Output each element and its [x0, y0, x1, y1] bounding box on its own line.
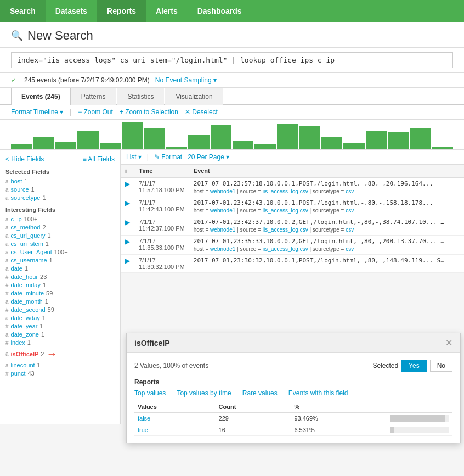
timeline-bar[interactable]	[211, 125, 231, 149]
timeline-bar[interactable]	[11, 144, 32, 149]
field-name-link[interactable]: isOfficeIP	[11, 351, 39, 357]
meta-value[interactable]: iis_access_log.csv	[263, 188, 308, 194]
field-name-link[interactable]: date_hour	[11, 273, 38, 280]
field-name-link[interactable]: date_month	[11, 298, 43, 305]
search-input[interactable]	[11, 52, 453, 68]
meta-value[interactable]: iis_access_log.csv	[263, 246, 308, 252]
event-meta: host = webnode1 | source = iis_access_lo…	[194, 208, 460, 214]
row-expand[interactable]: ▶	[121, 197, 134, 216]
field-name-link[interactable]: date	[11, 265, 22, 272]
timeline-toolbar: Format Timeline ▾ | − Zoom Out + Zoom to…	[0, 105, 464, 120]
field-name-link[interactable]: date_mday	[11, 282, 41, 288]
field-name-link[interactable]: cs_username	[11, 257, 47, 264]
zoom-out-button[interactable]: − Zoom Out	[78, 108, 113, 116]
field-name-link[interactable]: cs_method	[11, 224, 41, 231]
field-name-link[interactable]: linecount	[11, 362, 35, 368]
row-expand[interactable]: ▶	[121, 177, 134, 197]
zoom-to-selection-button[interactable]: + Zoom to Selection	[120, 108, 178, 116]
timeline-bar[interactable]	[343, 143, 364, 149]
timeline-bar[interactable]	[33, 137, 54, 149]
timeline-bar[interactable]	[144, 128, 165, 150]
popup-col-count: Count	[216, 401, 291, 413]
timeline-bar[interactable]	[366, 131, 387, 149]
popup-report-link[interactable]: Top values	[134, 389, 166, 397]
format-button[interactable]: ✎ Format	[154, 153, 182, 161]
field-name-link[interactable]: date_minute	[11, 290, 44, 296]
timeline-bar[interactable]	[55, 142, 76, 149]
timeline-bar[interactable]	[277, 124, 298, 149]
field-type-icon: a	[5, 257, 9, 264]
row-expand[interactable]: ▶	[121, 255, 134, 273]
list-button[interactable]: List ▾	[126, 153, 142, 161]
deselect-button[interactable]: ✕ Deselect	[185, 108, 218, 116]
timeline-bar[interactable]	[100, 143, 121, 149]
field-name-link[interactable]: index	[11, 339, 25, 346]
nav-datasets[interactable]: Datasets	[46, 0, 97, 22]
tab-statistics[interactable]: Statistics	[117, 88, 164, 105]
meta-value[interactable]: iis_access_log.csv	[263, 208, 308, 214]
field-name-link[interactable]: cs_uri_stem	[11, 240, 43, 247]
field-name-link[interactable]: sourcetype	[11, 194, 41, 201]
field-name-link[interactable]: cs_User_Agent	[11, 249, 52, 255]
meta-value[interactable]: csv	[346, 188, 354, 194]
popup-report-link[interactable]: Rare values	[242, 389, 278, 397]
timeline-bar[interactable]	[432, 147, 453, 150]
interesting-field-item: # date_minute 59	[5, 290, 115, 296]
timeline-bar[interactable]	[410, 128, 431, 150]
event-cell: 2017-07-01,23:42:43,10.0.0.1,POST,/login…	[189, 197, 464, 216]
tab-patterns[interactable]: Patterns	[71, 88, 116, 105]
timeline-bar[interactable]	[188, 135, 209, 150]
field-name-link[interactable]: punct	[11, 370, 26, 377]
field-name-link[interactable]: host	[11, 178, 22, 184]
event-cell: 2017-07-01,23:57:18,10.0.0.1,POST,/login…	[189, 177, 464, 197]
popup-value-cell[interactable]: false	[134, 413, 216, 424]
popup-report-link[interactable]: Events with this field	[288, 389, 348, 397]
meta-value[interactable]: csv	[346, 227, 354, 233]
row-expand[interactable]: ▶	[121, 216, 134, 236]
field-name-link[interactable]: date_second	[11, 306, 46, 313]
field-count: 59	[48, 306, 54, 313]
nav-alerts[interactable]: Alerts	[146, 0, 188, 22]
meta-value[interactable]: iis_access_log.csv	[263, 227, 308, 233]
popup-value-cell[interactable]: true	[134, 424, 216, 425]
tab-visualization[interactable]: Visualization	[165, 88, 223, 105]
timeline-bars[interactable]	[0, 122, 464, 149]
yes-button[interactable]: Yes	[401, 360, 427, 372]
popup-report-link[interactable]: Top values by time	[177, 389, 231, 397]
chevron-down-icon: ▾	[60, 108, 63, 116]
timeline-bar[interactable]	[321, 137, 342, 149]
all-fields-button[interactable]: ≡ All Fields	[83, 155, 115, 163]
meta-value[interactable]: csv	[346, 246, 354, 252]
sampling-dropdown[interactable]: No Event Sampling ▾	[155, 76, 217, 84]
meta-value[interactable]: webnode1	[210, 208, 235, 214]
hide-fields-button[interactable]: < Hide Fields	[5, 155, 44, 163]
no-button[interactable]: No	[430, 360, 452, 372]
meta-value[interactable]: csv	[346, 208, 354, 214]
timeline-bar[interactable]	[122, 122, 143, 150]
field-name-link[interactable]: date_zone	[11, 331, 39, 338]
timeline-bar[interactable]	[254, 144, 275, 149]
format-timeline-button[interactable]: Format Timeline ▾	[11, 108, 63, 116]
field-name-link[interactable]: source	[11, 186, 29, 193]
field-name-link[interactable]: c_ip	[11, 216, 22, 222]
field-name-link[interactable]: date_wday	[11, 315, 40, 321]
timeline-bar[interactable]	[233, 141, 253, 150]
timeline-bar[interactable]	[77, 131, 98, 149]
timeline-bar[interactable]	[166, 147, 187, 150]
field-name-link[interactable]: date_year	[11, 323, 38, 329]
per-page-button[interactable]: 20 Per Page ▾	[188, 153, 229, 161]
meta-value[interactable]: webnode1	[210, 246, 235, 252]
field-name-link[interactable]: cs_uri_query	[11, 232, 46, 239]
timeline-bar[interactable]	[299, 126, 320, 149]
row-expand[interactable]: ▶	[121, 236, 134, 255]
timeline-bar[interactable]	[388, 132, 409, 149]
meta-value[interactable]: webnode1	[210, 188, 235, 194]
nav-search[interactable]: Search	[0, 0, 46, 22]
interesting-field-item: a date_wday 1	[5, 315, 115, 321]
nav-reports[interactable]: Reports	[97, 0, 146, 22]
meta-value[interactable]: webnode1	[210, 227, 235, 233]
nav-dashboards[interactable]: Dashboards	[188, 0, 252, 22]
tab-events[interactable]: Events (245)	[11, 88, 71, 105]
popup-close-button[interactable]: ✕	[445, 338, 452, 348]
field-type-icon: a	[5, 233, 9, 239]
